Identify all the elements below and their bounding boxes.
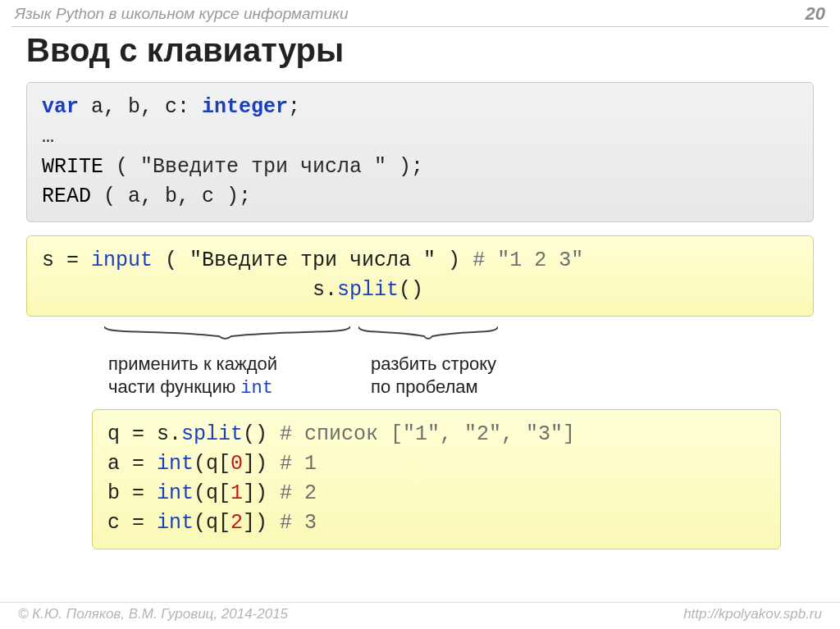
footer-url: http://kpolyakov.spb.ru [683,606,822,622]
code-text: (q[ [194,511,231,535]
slide-header: Язык Python в школьном курсе информатики… [0,0,840,26]
fn-int: int [157,481,194,505]
annotation-text: по пробелам [371,376,496,399]
code-text: b = [107,481,157,505]
code-text: s. [313,278,337,302]
fn-split: split [337,278,399,302]
code-text: ) [436,248,460,272]
fn-split: split [181,422,243,446]
page-number: 20 [806,3,825,25]
number: 1 [231,481,243,505]
code-line: b = int(q[1]) # 2 [107,479,765,508]
keyword-integer: integer [202,95,288,119]
code-text: ]) [243,481,280,505]
annotation-left: применить к каждой части функцию int [108,353,363,401]
annotation-right: разбить строку по пробелам [371,353,496,401]
annotation-text-part: части функцию [108,376,240,397]
code-text: ]) [243,511,280,535]
course-title: Язык Python в школьном курсе информатики [15,5,349,23]
code-line: a = int(q[0]) # 1 [107,449,765,479]
python-code-block-1: s = input ( "Введите три числа " ) # "1 … [26,235,814,317]
code-text: ; [288,95,300,119]
annotation-text: применить к каждой [108,353,363,376]
keyword-int: int [240,378,273,399]
code-text: c = [107,511,157,535]
annotation-row: применить к каждой части функцию int раз… [26,353,814,401]
code-line: … [42,122,798,152]
code-text: ]) [243,452,280,476]
copyright: © К.Ю. Поляков, В.М. Гуровиц, 2014-2015 [18,606,288,622]
slide-footer: © К.Ю. Поляков, В.М. Гуровиц, 2014-2015 … [0,602,840,622]
brace-left-icon [104,325,350,346]
fn-read: READ [42,185,91,208]
code-line: READ ( a, b, c ); [42,182,798,212]
comment: # список ["1", "2", "3"] [280,422,575,446]
string-literal: "Введите три числа " [189,248,436,272]
fn-int: int [157,452,194,476]
code-line: s = input ( "Введите три числа " ) # "1 … [42,246,798,276]
code-text: a, b, c: [79,95,202,119]
number: 2 [231,511,243,535]
code-text: (q[ [194,481,231,505]
code-line: var a, b, c: integer; [42,93,798,122]
code-text: a = [107,452,157,476]
brace-right-icon [358,325,498,346]
number: 0 [231,452,243,476]
fn-int: int [157,511,194,535]
annotation-text: части функцию int [108,376,363,401]
slide-content: var a, b, c: integer; … WRITE ( "Введите… [0,82,840,549]
comment: # 3 [280,511,317,535]
code-text: s = [42,248,91,272]
code-line: c = int(q[2]) # 3 [107,508,765,538]
slide-title: Ввод с клавиатуры [0,27,840,74]
comment: # 1 [280,452,317,476]
string-literal: "Введите три числа " [140,155,386,179]
code-text: ( a, b, c ); [91,185,251,208]
fn-write: WRITE [42,155,103,179]
brace-row [26,330,814,351]
keyword-var: var [42,95,79,119]
pascal-code-block: var a, b, c: integer; … WRITE ( "Введите… [26,82,814,222]
code-text: () [243,422,280,446]
code-text: q = s. [107,422,181,446]
annotation-text: разбить строку [371,353,496,376]
code-text: ); [386,155,423,179]
code-text: () [399,278,423,302]
code-line: WRITE ( "Введите три числа " ); [42,153,798,182]
code-text: ( [153,248,189,272]
code-line: s.split() [42,276,798,305]
comment: # 2 [280,481,317,505]
code-text: (q[ [194,452,231,476]
python-code-block-2: q = s.split() # список ["1", "2", "3"] a… [92,409,781,549]
code-line: q = s.split() # список ["1", "2", "3"] [107,420,765,449]
comment: # "1 2 3" [460,248,583,272]
code-text: ( [103,155,140,179]
fn-input: input [91,248,153,272]
